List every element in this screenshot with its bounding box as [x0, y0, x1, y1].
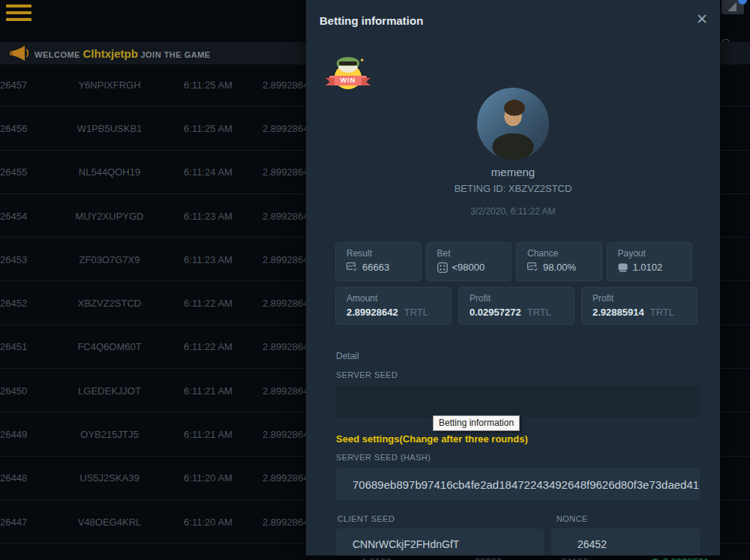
- player-cell: W1PB5USKB1: [64, 122, 155, 133]
- player-cell: MUY2XUPYGD: [64, 210, 155, 221]
- player-cell: ZF03O7G7X9: [64, 253, 155, 265]
- sliver-bet: 98000: [475, 556, 502, 560]
- close-icon[interactable]: ✕: [696, 12, 708, 26]
- server-seed-hash-input[interactable]: [336, 469, 700, 500]
- avatar[interactable]: [477, 88, 549, 160]
- bet-id-cell: 26448: [0, 472, 27, 484]
- sliver-payout: 1.0102: [362, 556, 392, 560]
- player-cell: NL544QOH19: [64, 166, 155, 178]
- currency-label: TRTL: [527, 307, 551, 318]
- stat-value: 66663: [362, 262, 389, 273]
- amount-box: Amount 2.89928642TRTL: [335, 287, 452, 325]
- megaphone-icon: [9, 45, 30, 61]
- bet-id-cell: 26453: [0, 253, 27, 265]
- amount-value: 0.02957272: [470, 307, 521, 318]
- bet-id-cell: 26450: [0, 385, 27, 396]
- sliver-result: 24100: [561, 556, 588, 560]
- currency-label: TRTL: [404, 307, 428, 318]
- server-seed-label: SERVER SEED: [336, 370, 398, 379]
- dice-icon: [437, 262, 448, 273]
- amount-label: Profit: [592, 293, 697, 304]
- detail-label: Detail: [336, 351, 359, 361]
- bet-id-cell: 26452: [0, 298, 27, 309]
- hamburger-bar: [6, 11, 32, 14]
- time-cell: 6:11:20 AM: [176, 472, 240, 484]
- client-seed-label: CLIENT SEED: [338, 514, 394, 523]
- welcome-banner-text: WELCOME Clhtxjetpb JOIN THE GAME: [34, 47, 211, 60]
- bet-id-cell: 26454: [0, 210, 27, 221]
- bet-id-cell: 26455: [0, 166, 27, 178]
- bet-id-cell: 26456: [0, 122, 27, 133]
- stat-payout: Payout 1.0102: [607, 242, 693, 281]
- tooltip: Betting information: [433, 415, 520, 431]
- stat-label: Result: [346, 248, 421, 259]
- amount-value: 2.89928642: [346, 307, 398, 318]
- profit-box: Profit 0.02957272TRTL: [458, 287, 574, 325]
- bet-id-cell: 26447: [0, 516, 27, 527]
- send-icon: [727, 1, 739, 13]
- player-cell: US5J2SKA39: [64, 472, 155, 484]
- bet-id-cell: 26457: [0, 79, 27, 90]
- badge-sunglasses: [339, 61, 357, 65]
- join-label: JOIN THE GAME: [140, 50, 210, 59]
- time-cell: 6:11:21 AM: [176, 429, 240, 440]
- stat-result: Result 66663: [335, 242, 422, 281]
- stat-bet: Bet <98000: [426, 242, 512, 281]
- time-cell: 6:11:24 AM: [176, 166, 240, 178]
- time-cell: 6:11:22 AM: [176, 298, 240, 309]
- server-seed-input[interactable]: [336, 386, 700, 418]
- win-ribbon: WIN: [329, 76, 367, 85]
- stat-value: <98000: [452, 262, 485, 273]
- player-cell: Y6NPIXFRGH: [64, 79, 155, 90]
- amount-label: Amount: [346, 293, 451, 304]
- bet-id-cell: 26449: [0, 429, 27, 440]
- betting-id: BETING ID: XBZVZ2STCD: [306, 183, 720, 194]
- bet-id-cell: 26451: [0, 341, 27, 352]
- player-cell: LGEDEKJJOT: [64, 385, 155, 396]
- server-seed-hash-label: SERVER SEED (HASH): [336, 453, 430, 462]
- stats-row: Result 66663 Bet: [335, 242, 692, 281]
- client-seed-input[interactable]: [336, 529, 544, 556]
- seed-settings-note: Seed settings(Change after three rounds): [336, 433, 528, 445]
- currency-label: TRTL: [650, 307, 674, 318]
- time-cell: 6:11:23 AM: [176, 210, 240, 221]
- time-cell: 6:11:21 AM: [176, 385, 240, 396]
- nonce-label: NONCE: [556, 514, 588, 523]
- screen: Q WELCOME Clhtxjetpb JOIN THE GAME 26457…: [0, 0, 750, 560]
- win-badge-icon: ✦ WIN: [329, 57, 367, 91]
- stat-label: Bet: [437, 248, 512, 259]
- amounts-row: Amount 2.89928642TRTL Profit 0.02957272T…: [335, 287, 698, 325]
- nonce-input[interactable]: [551, 529, 700, 556]
- stat-label: Payout: [618, 248, 692, 259]
- sliver-profit-value: 2.8998591: [663, 556, 709, 560]
- player-cell: OYB215JTJ5: [64, 429, 155, 440]
- stat-value: 98.00%: [543, 262, 576, 273]
- sliver-profit: 2.8998591: [651, 556, 709, 560]
- chance-icon: [527, 262, 538, 272]
- result-icon: [346, 262, 358, 272]
- time-cell: 6:11:22 AM: [176, 341, 240, 352]
- menu-hamburger-icon[interactable]: [6, 4, 33, 24]
- payout-icon: [618, 263, 628, 272]
- amount-label: Profit: [470, 293, 574, 304]
- betting-info-modal: Betting information ✕ ✦ WIN memeng BETIN…: [306, 0, 720, 556]
- player-cell: V48OEG4KRL: [64, 516, 155, 527]
- welcome-label: WELCOME: [34, 50, 80, 59]
- time-cell: 6:11:20 AM: [176, 516, 240, 527]
- time-cell: 6:11:25 AM: [176, 79, 240, 90]
- stat-label: Chance: [527, 248, 602, 259]
- banner-username: Clhtxjetpb: [83, 47, 138, 60]
- hamburger-bar: [6, 4, 32, 7]
- player-cell: FC4Q6OM60T: [64, 341, 155, 352]
- stat-value: 1.0102: [633, 262, 663, 273]
- profit-total-box: Profit 2.92885914TRTL: [581, 287, 698, 325]
- bet-timestamp: 3/2/2020, 6:11:22 AM: [306, 206, 720, 217]
- modal-title: Betting information: [320, 14, 423, 27]
- hamburger-bar: [6, 18, 32, 21]
- player-cell: XBZVZ2STCD: [64, 298, 155, 309]
- time-cell: 6:11:25 AM: [176, 122, 240, 133]
- username: memeng: [306, 166, 720, 178]
- stat-chance: Chance 98.00%: [516, 242, 602, 281]
- sparkle-icon: ✦: [359, 57, 364, 64]
- amount-value: 2.92885914: [592, 307, 644, 318]
